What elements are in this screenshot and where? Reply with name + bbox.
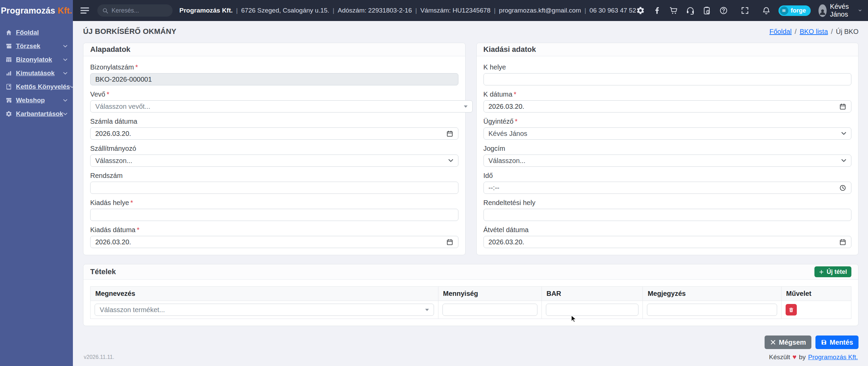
sidebar-item-karbantartasok[interactable]: Karbantartások (0, 107, 73, 121)
user-menu[interactable]: Kévés János (818, 3, 862, 18)
breadcrumb: Főoldal / BKO lista / Új BKO (769, 28, 859, 36)
sidebar-item-torzsek[interactable]: Törzsek (0, 39, 73, 53)
sidebar-item-bizonylatok[interactable]: Bizonylatok (0, 53, 73, 66)
forge-badge[interactable]: forge (778, 5, 811, 16)
search-input[interactable] (112, 7, 166, 14)
delete-item-button[interactable] (786, 304, 797, 316)
field-label: Bizonylatszám* (90, 63, 458, 71)
sidebar-item-fooldal[interactable]: Főoldal (0, 26, 73, 39)
sidebar-item-kimutatasok[interactable]: Kimutatások (0, 66, 73, 80)
field-label: K dátuma* (484, 90, 852, 98)
calendar-icon[interactable] (446, 130, 453, 137)
documents-icon (5, 56, 12, 63)
field-label: Átvétel dátuma (484, 226, 852, 234)
note-input[interactable] (647, 304, 777, 316)
app-logo[interactable]: Programozás Kft. (0, 0, 73, 21)
szallitmanyozo-select[interactable]: Válasszon... (90, 155, 458, 167)
quantity-input[interactable] (442, 304, 537, 316)
company-info: Programozás Kft.|6726 Szeged, Csalogány … (179, 7, 636, 14)
calendar-icon[interactable] (839, 103, 846, 110)
panel-kiadasi-adatok: Kiadási adatok K helye K dátuma* 2026.03… (476, 43, 859, 255)
k-helye-input[interactable] (484, 73, 852, 85)
support-icon[interactable] (686, 6, 695, 15)
ido-time-input[interactable]: --:-- (484, 182, 852, 194)
rendszam-input[interactable] (90, 182, 458, 194)
breadcrumb-home-link[interactable]: Főoldal (769, 28, 792, 36)
company-phone: 06 30 963 47 52 (590, 7, 636, 14)
panel-kiadasi-adatok-title: Kiadási adatok (477, 43, 859, 56)
bizonylatszam-input[interactable] (90, 73, 458, 85)
save-icon (821, 339, 827, 345)
chevron-down-icon (63, 72, 67, 75)
rendeltetesi-hely-input[interactable] (484, 209, 852, 221)
settings-icon[interactable] (636, 6, 645, 15)
chevron-down-icon (841, 132, 846, 135)
webshop-icon (5, 97, 12, 104)
cancel-button[interactable]: Mégsem (765, 336, 811, 349)
version-label: v2026.11.11. (84, 354, 114, 360)
szamla-datuma-date-input[interactable]: 2026.03.20. (90, 127, 458, 140)
cart-icon[interactable] (669, 6, 678, 15)
column-header-megnevezes: Megnevezés (91, 287, 438, 301)
forge-icon (780, 6, 788, 15)
footer-company-link[interactable]: Programozás Kft. (808, 353, 858, 361)
close-icon (770, 339, 776, 345)
kiadas-helye-input[interactable] (90, 209, 458, 221)
panel-alapadatok: Alapadatok Bizonylatszám* Vevő* Válasszo… (83, 43, 466, 255)
reports-icon (5, 70, 12, 77)
facebook-icon[interactable] (653, 6, 662, 15)
column-header-muvelet: Művelet (781, 287, 851, 301)
k-datuma-date-input[interactable]: 2026.03.20. (484, 100, 852, 113)
main-content: ÚJ BORKÍSÉRŐ OKMÁNY Főoldal / BKO lista … (73, 21, 868, 366)
top-header: Programozás Kft. Programozás Kft.|6726 S… (0, 0, 868, 21)
logo-suffix: Kft. (58, 6, 72, 15)
field-label: Kiadás dátuma* (90, 226, 458, 234)
product-select[interactable]: Válasszon terméket... (95, 304, 434, 316)
breadcrumb-bko-list-link[interactable]: BKO lista (800, 28, 828, 36)
sidebar-item-kettos-konyveles[interactable]: Kettős Könyvelés (0, 80, 73, 94)
masters-icon (5, 43, 12, 49)
panel-alapadatok-title: Alapadatok (83, 43, 465, 56)
company-tax-number: Adószám: 22931803-2-16 (338, 7, 412, 14)
user-name: Kévés János (830, 3, 855, 18)
column-header-megjegyzes: Megjegyzés (643, 287, 781, 301)
fullscreen-icon[interactable] (741, 6, 749, 15)
save-button[interactable]: Mentés (815, 336, 859, 349)
home-icon (5, 29, 12, 36)
item-row: Válasszon terméket... (91, 301, 851, 319)
avatar (818, 4, 827, 17)
tasks-icon[interactable] (703, 6, 711, 15)
ledger-icon (5, 83, 12, 90)
help-icon[interactable] (719, 6, 728, 15)
calendar-icon[interactable] (446, 239, 453, 246)
chevron-down-icon (63, 99, 67, 102)
caret-down-icon (464, 105, 468, 108)
breadcrumb-current: Új BKO (836, 28, 859, 36)
sidebar: Főoldal Törzsek Bizonylatok Kimutatások … (0, 21, 73, 366)
kiadas-datuma-date-input[interactable]: 2026.03.20. (90, 236, 458, 248)
trash-icon (788, 307, 794, 313)
field-label: Szállítmányozó (90, 144, 458, 152)
vevo-select[interactable]: Válasszon vevőt... (90, 100, 473, 113)
field-label: Rendszám (90, 171, 458, 180)
field-label: Számla dátuma (90, 117, 458, 125)
atvetel-datuma-date-input[interactable]: 2026.03.20. (484, 236, 852, 248)
field-label: K helye (484, 63, 852, 71)
company-vat-number: Vámszám: HU12345678 (420, 7, 491, 14)
chevron-down-icon (448, 159, 453, 162)
hamburger-menu-icon[interactable] (80, 5, 90, 16)
chevron-down-icon (63, 45, 67, 48)
heart-icon: ♥ (792, 353, 796, 361)
bar-input[interactable] (546, 304, 638, 316)
global-search[interactable] (97, 4, 173, 17)
company-address: 6726 Szeged, Csalogány u.15. (241, 7, 329, 14)
sidebar-item-webshop[interactable]: Webshop (0, 94, 73, 107)
jogcim-select[interactable]: Válasszon... (484, 155, 852, 167)
add-item-button[interactable]: Új tétel (814, 266, 851, 277)
ugyintezo-select[interactable]: Kévés János (484, 127, 852, 140)
calendar-icon[interactable] (839, 239, 846, 246)
clock-icon[interactable] (839, 184, 846, 191)
field-label: Jogcím (484, 144, 852, 152)
notifications-icon[interactable] (762, 6, 771, 15)
forge-badge-label: forge (791, 7, 806, 14)
